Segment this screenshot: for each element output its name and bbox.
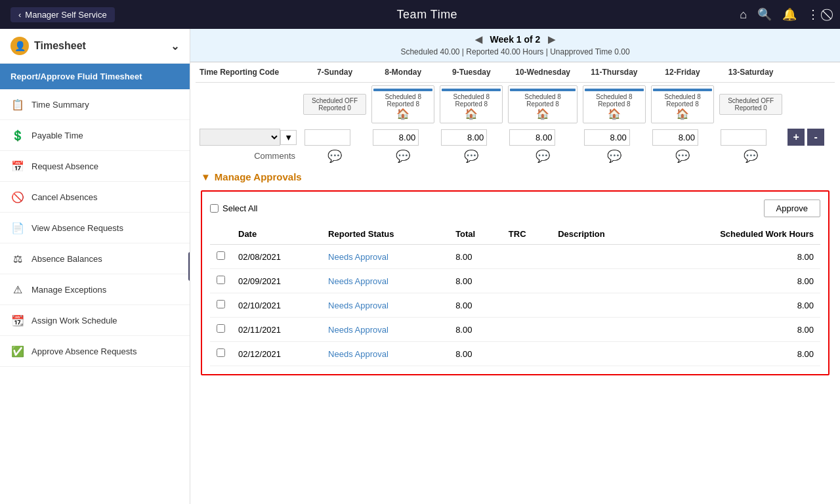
schedule-box-thursday: Scheduled 8 Reported 8 🏠 [583, 85, 646, 123]
row-checkbox-1[interactable] [217, 276, 225, 284]
assign-work-schedule-icon: 📆 [10, 313, 25, 327]
comment-icon-wednesday[interactable]: 💬 [505, 149, 579, 163]
comment-cell-thursday[interactable]: 💬 [580, 148, 648, 163]
cell-total-3: 8.00 [449, 318, 502, 342]
collapse-icon[interactable]: ⌄ [171, 40, 179, 52]
comments-row: Comments 💬 💬 💬 💬 [196, 148, 835, 163]
cell-status-3[interactable]: Needs Approval [322, 318, 449, 342]
comment-icon-monday[interactable]: 💬 [369, 149, 437, 163]
comment-icon-thursday[interactable]: 💬 [580, 149, 648, 163]
cell-status-4[interactable]: Needs Approval [322, 342, 449, 366]
col-date-header: Date [232, 224, 322, 245]
needs-approval-link-3[interactable]: Needs Approval [328, 325, 388, 335]
cell-status-2[interactable]: Needs Approval [322, 293, 449, 318]
sidebar-item-payable-time[interactable]: 💲 Payable Time [0, 120, 190, 151]
row-checkbox-2[interactable] [217, 300, 225, 308]
sidebar-item-time-summary[interactable]: 📋 Time Summary [0, 89, 190, 120]
prev-week-arrow[interactable]: ◀ [475, 34, 482, 45]
comment-icon-friday[interactable]: 💬 [648, 149, 717, 163]
comment-cell-friday[interactable]: 💬 [648, 148, 717, 163]
time-input-saturday[interactable] [721, 129, 766, 146]
needs-approval-link-2[interactable]: Needs Approval [328, 301, 388, 310]
comment-cell-tuesday[interactable]: 💬 [437, 148, 505, 163]
back-button[interactable]: ‹ Manager Self Service [10, 7, 115, 22]
sidebar-item-cancel-absences[interactable]: 🚫 Cancel Absences [0, 182, 190, 213]
cell-status-0[interactable]: Needs Approval [322, 245, 449, 269]
table-row: 02/09/2021 Needs Approval 8.00 8.00 [210, 269, 820, 293]
sidebar-item-manage-exceptions[interactable]: ⚠ Manage Exceptions [0, 274, 190, 305]
sidebar-item-request-absence[interactable]: 📅 Request Absence [0, 151, 190, 182]
needs-approval-link-0[interactable]: Needs Approval [328, 252, 388, 262]
main-layout: 👤 Timesheet ⌄ Report/Approve Fluid Times… [0, 29, 840, 504]
time-input-cell-wednesday[interactable] [505, 126, 579, 148]
house-icon-thursday: 🏠 [585, 108, 644, 120]
comment-icon-sunday[interactable]: 💬 [301, 149, 369, 163]
sidebar-item-report-approve[interactable]: Report/Approve Fluid Timesheet [0, 64, 190, 89]
cancel-absences-icon: 🚫 [10, 190, 25, 204]
approve-button[interactable]: Approve [764, 200, 820, 217]
sidebar-item-approve-absence-requests[interactable]: ✅ Approve Absence Requests [0, 336, 190, 367]
needs-approval-link-1[interactable]: Needs Approval [328, 276, 388, 286]
comment-cell-sunday[interactable]: 💬 [301, 148, 369, 163]
select-all-label[interactable]: Select All [210, 203, 257, 213]
cell-status-1[interactable]: Needs Approval [322, 269, 449, 293]
sidebar-item-absence-balances[interactable]: ⚖ Absence Balances [0, 243, 190, 274]
sidebar-item-label: Time Summary [32, 100, 89, 110]
week-navigation: ◀ Week 1 of 2 ▶ Scheduled 40.00 | Report… [190, 29, 840, 62]
time-input-friday[interactable] [652, 129, 698, 146]
col-header-friday: 12-Friday [648, 62, 717, 83]
comment-cell-saturday[interactable]: 💬 [717, 148, 785, 163]
add-row-button[interactable]: + [788, 129, 805, 146]
time-input-sunday[interactable] [304, 129, 350, 146]
time-input-cell-tuesday[interactable] [437, 126, 505, 148]
sidebar-item-label: Cancel Absences [32, 192, 97, 202]
more-icon[interactable]: ⋮ [807, 7, 819, 22]
cell-scheduled-hours-0: 8.00 [648, 245, 820, 269]
week-label: Week 1 of 2 [490, 34, 541, 45]
needs-approval-link-4[interactable]: Needs Approval [328, 349, 388, 359]
next-week-arrow[interactable]: ▶ [548, 34, 555, 45]
remove-row-button[interactable]: - [807, 129, 824, 146]
comment-icon-tuesday[interactable]: 💬 [437, 149, 505, 163]
sidebar-item-assign-work-schedule[interactable]: 📆 Assign Work Schedule [0, 305, 190, 336]
request-absence-icon: 📅 [10, 159, 25, 173]
time-input-monday[interactable] [373, 129, 419, 146]
trc-select-cell[interactable]: ▼ [196, 126, 301, 148]
time-input-cell-saturday[interactable] [717, 126, 785, 148]
col-header-saturday: 13-Saturday [717, 62, 785, 83]
time-input-thursday[interactable] [584, 129, 630, 146]
row-checkbox-4[interactable] [217, 348, 225, 357]
trc-dropdown-arrow[interactable]: ▼ [280, 130, 297, 145]
time-input-tuesday[interactable] [441, 129, 487, 146]
home-icon[interactable]: ⌂ [740, 8, 747, 22]
top-navigation: ‹ Manager Self Service Team Time ⌂ 🔍 🔔 ⋮… [0, 0, 840, 29]
time-summary-icon: 📋 [10, 97, 25, 112]
row-checkbox-0[interactable] [217, 251, 225, 260]
bell-icon[interactable]: 🔔 [782, 7, 797, 22]
time-input-cell-sunday[interactable] [301, 126, 369, 148]
sidebar-item-label: Payable Time [32, 131, 83, 140]
absence-balances-icon: ⚖ [10, 251, 25, 266]
sidebar-item-label: View Absence Requests [32, 223, 123, 233]
col-header-wednesday: 10-Wednesday [505, 62, 579, 83]
cell-date-2: 02/10/2021 [232, 293, 322, 318]
time-input-cell-friday[interactable] [648, 126, 717, 148]
time-input-wednesday[interactable] [509, 129, 555, 146]
time-input-cell-thursday[interactable] [580, 126, 648, 148]
trc-dropdown[interactable] [200, 129, 280, 146]
time-input-cell-monday[interactable] [369, 126, 437, 148]
comment-icon-saturday[interactable]: 💬 [717, 149, 785, 163]
sidebar-item-label: Absence Balances [32, 254, 102, 264]
sidebar-item-label: Assign Work Schedule [32, 316, 117, 326]
search-icon[interactable]: 🔍 [757, 7, 772, 22]
add-remove-buttons: + - [785, 126, 835, 148]
timesheet-grid: Time Reporting Code 7-Sunday 8-Monday 9-… [190, 62, 840, 163]
select-all-checkbox[interactable] [210, 204, 219, 213]
comment-cell-wednesday[interactable]: 💬 [505, 148, 579, 163]
sidebar-item-view-absence-requests[interactable]: 📄 View Absence Requests [0, 213, 190, 243]
col-header-sunday: 7-Sunday [301, 62, 369, 83]
comment-cell-monday[interactable]: 💬 [369, 148, 437, 163]
section-collapse-icon[interactable]: ▼ [201, 171, 211, 182]
row-checkbox-3[interactable] [217, 324, 225, 333]
manage-exceptions-icon: ⚠ [10, 282, 25, 297]
